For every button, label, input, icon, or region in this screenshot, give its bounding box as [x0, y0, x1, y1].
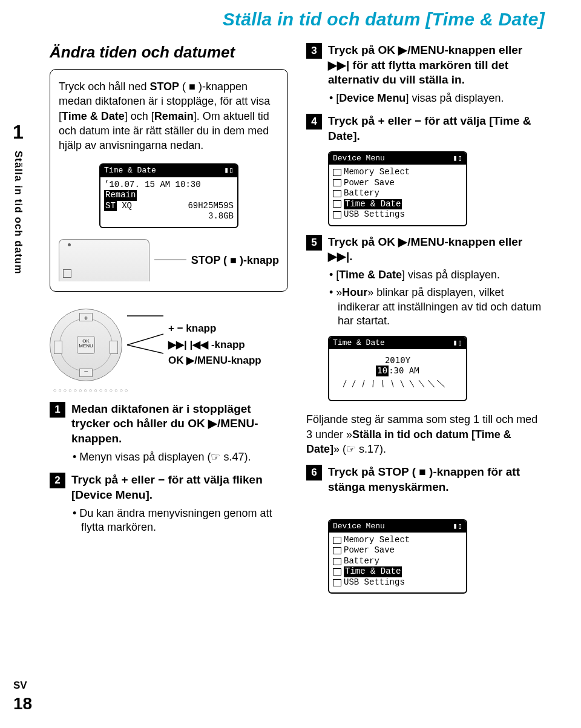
lcd-screenshot-1: Time & Date▮▯ ’10.07. 15 AM 10:30 Remain… [99, 163, 238, 228]
svg-line-7 [382, 380, 383, 387]
lcd4-i2: Battery [344, 556, 379, 567]
intro-box: Tryck och håll ned STOP ( ■ )-knappen me… [50, 69, 288, 292]
step-2: 2 Tryck på + eller − för att välja flike… [50, 473, 288, 534]
ok-menu-button: OK MENU [77, 336, 95, 354]
lcd4-i4: USB Settings [344, 577, 405, 588]
s2-sub: Du kan ändra menyvisningen genom att fly… [71, 507, 288, 535]
s5-okmenu: OK ▶/MENU [378, 235, 444, 248]
dpad-illustration: + − OK MENU [50, 309, 122, 381]
lcd-screenshot-2: Device Menu▮▯ Memory Select Power Save B… [328, 151, 467, 226]
page-number: 18 [13, 694, 32, 713]
intro-text: Tryck och håll ned [59, 80, 149, 93]
step-5: 5 Tryck på OK ▶/MENU-knappen eller ▶▶|. … [306, 235, 545, 329]
page-footer: SV 18 [13, 680, 32, 713]
lcd3-title: Time & Date [333, 338, 385, 348]
page-title: Ställa in tid och datum [Time & Date] [30, 9, 545, 30]
s1-sub: Menyn visas på displayen (☞ s.47). [71, 450, 288, 464]
intro-remain: Remain [154, 110, 194, 122]
step-6: 6 Tryck på STOP ( ■ )-knappen för att st… [306, 465, 545, 494]
s5-sub2: » blinkar på displayen, vilket indikerar… [338, 286, 541, 327]
step-number: 5 [306, 235, 322, 251]
lcd1-line1: ’10.07. 15 AM 10:30 [104, 180, 234, 191]
s1-okmenu: OK ▶/MENU [188, 417, 254, 430]
step-number: 6 [306, 465, 322, 480]
s2-devicemenu: Device Menu [75, 488, 145, 501]
lcd4-title: Device Menu [333, 522, 385, 531]
power-icon [333, 179, 341, 186]
s6-text: Tryck på [328, 465, 378, 478]
lcd1-size: 3.8GB [104, 211, 234, 222]
memory-icon [333, 169, 341, 176]
svg-line-12 [428, 380, 435, 387]
lcd1-st: ST [104, 201, 117, 212]
usb-icon [333, 211, 341, 218]
s3-sub-b: Device Menu [339, 92, 405, 104]
subheading: Ändra tiden och datumet [50, 43, 288, 62]
lcd-screenshot-3: Time & Date▮▯ 2010Y 10:30 AM [328, 336, 467, 402]
lcd-screenshot-4: Device Menu▮▯ Memory Select Power Save B… [328, 519, 467, 594]
chapter-number: 1 [13, 121, 24, 143]
plus-icon: + [84, 314, 88, 323]
intro-timedate: Time & Date [62, 110, 125, 122]
s3-okmenu: OK ▶/MENU [378, 44, 444, 56]
usb-icon [333, 579, 341, 586]
stop-button-label: STOP ( ■ )-knapp [191, 253, 279, 267]
svg-line-11 [419, 380, 424, 387]
step-1: 1 Medan diktafonen är i stoppläget tryck… [50, 402, 288, 464]
battery-icon: ▮▯ [224, 166, 234, 175]
step-number: 2 [50, 473, 65, 488]
memory-icon [333, 537, 341, 544]
step-number: 3 [306, 43, 322, 59]
s5-sub1: ] visas på displayen. [402, 269, 500, 281]
svg-line-3 [343, 380, 346, 387]
device-top-illustration [59, 239, 149, 281]
lcd1-xq: XQ [122, 201, 132, 211]
language-code: SV [13, 680, 32, 692]
step-4: 4 Tryck på + eller − för att välja [Time… [306, 114, 545, 143]
s4-text: Tryck på + eller − för att välja [ [328, 114, 493, 127]
step-3: 3 Tryck på OK ▶/MENU-knappen eller ▶▶| f… [306, 43, 545, 105]
lcd1-title: Time & Date [104, 166, 156, 175]
lcd4-i1: Power Save [344, 545, 395, 556]
lcd2-i2: Battery [344, 188, 379, 199]
ffwd-rwd-label: ▶▶| |◀◀ -knapp [168, 339, 261, 351]
svg-line-6 [373, 380, 373, 387]
svg-line-4 [352, 380, 355, 387]
lcd1-remain: Remain [104, 190, 137, 201]
clock-icon [333, 568, 341, 576]
battery-menu-icon [333, 190, 341, 197]
dial-strip [343, 380, 452, 389]
lcd2-i4: USB Settings [344, 209, 405, 220]
lcd1-time: 69H25M59S [188, 201, 234, 212]
power-icon [333, 547, 341, 554]
svg-line-5 [363, 380, 364, 387]
s5-sub2-b: Hour [342, 286, 367, 298]
s5-sub2: » [336, 286, 342, 298]
okmenu-label: OK ▶/MENU-knapp [168, 355, 261, 367]
battery-icon: ▮▯ [453, 522, 462, 531]
intro-stop: STOP [149, 80, 179, 93]
lcd3-line1: 2010Y [333, 355, 462, 366]
s5-text: Tryck på [328, 235, 378, 248]
minus-icon: − [84, 367, 88, 376]
step-number: 1 [50, 402, 65, 418]
svg-line-9 [401, 380, 404, 387]
note-text: Följande steg är samma som steg 1 till o… [306, 412, 545, 456]
battery-menu-icon [333, 558, 341, 565]
lcd2-i3: Time & Date [344, 199, 402, 210]
lcd3-hour: 10 [376, 366, 389, 376]
lcd2-i1: Power Save [344, 178, 395, 189]
s2-text: ]. [145, 488, 153, 501]
s4-text: ]. [353, 130, 360, 142]
plusminus-label: + − knapp [168, 323, 261, 335]
intro-text: ] och [ [125, 110, 154, 122]
section-vertical-title: Ställa in tid och datum [12, 151, 24, 274]
lcd2-title: Device Menu [333, 154, 385, 163]
svg-line-2 [127, 345, 163, 353]
lcd2-i0: Memory Select [344, 167, 410, 178]
left-rail: 1 Ställa in tid och datum [12, 121, 24, 274]
s3-sub: ] visas på displayen. [405, 92, 504, 104]
s5-sub1-b: Time & Date [339, 269, 402, 281]
svg-line-1 [127, 334, 163, 345]
svg-line-10 [410, 380, 414, 387]
